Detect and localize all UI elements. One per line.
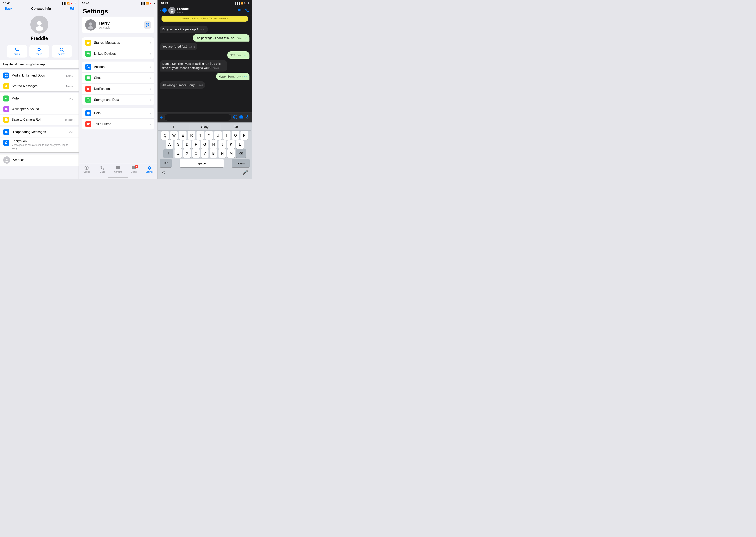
sticker-button[interactable] — [233, 115, 238, 120]
encryption-row[interactable]: Encryption Messages and calls are end-to… — [0, 138, 78, 152]
starred-row[interactable]: Starred Messages None › — [0, 81, 78, 91]
phone-call-button[interactable] — [245, 8, 249, 13]
key-i[interactable]: I — [223, 131, 231, 140]
save-icon — [4, 118, 8, 121]
time-panel2: 18:43 — [82, 2, 89, 5]
back-button[interactable]: ‹ Back — [3, 7, 12, 11]
input-icons — [233, 115, 249, 120]
key-m[interactable]: M — [227, 149, 235, 158]
tab-chats[interactable]: 3 Chats — [126, 165, 142, 173]
return-key[interactable]: return — [232, 159, 250, 167]
tell-friend-row[interactable]: Tell a Friend › — [82, 119, 154, 130]
shift-key[interactable]: ⇧ — [163, 149, 173, 158]
camera-roll-row[interactable]: Save to Camera Roll Default › — [0, 114, 78, 125]
tab-calls[interactable]: Calls — [95, 165, 111, 173]
chevron-icon: › — [150, 98, 151, 102]
message-row: Do you have the package? 18:41 — [160, 25, 249, 33]
contact-info-navbar: ‹ Back Contact Info Edit — [0, 6, 78, 12]
key-t[interactable]: T — [197, 131, 204, 140]
key-z[interactable]: Z — [174, 149, 182, 158]
starred-messages-label: Starred Messages — [94, 41, 150, 45]
starred-value: None — [66, 85, 73, 88]
wallpaper-row[interactable]: Wallpaper & Sound › — [0, 104, 78, 114]
disappearing-row[interactable]: Disappearing Messages Off › — [0, 127, 78, 138]
key-h[interactable]: H — [210, 140, 217, 149]
key-k[interactable]: K — [227, 140, 235, 149]
key-n[interactable]: N — [218, 149, 226, 158]
tab-settings[interactable]: Settings — [142, 165, 157, 173]
help-row[interactable]: Help › — [82, 108, 154, 119]
contact-row-name: America — [13, 158, 24, 162]
emoji-button[interactable]: ☺ — [161, 170, 166, 175]
key-j[interactable]: J — [218, 140, 226, 149]
suggest-1[interactable]: Okay — [189, 124, 220, 130]
star-icon — [4, 84, 8, 88]
notifications-row[interactable]: Notifications › — [82, 84, 154, 95]
media-row[interactable]: Media, Links, and Docs None › — [0, 70, 78, 81]
account-row[interactable]: Account › — [82, 62, 154, 72]
keyboard: I Okay Oh Q W E R T Y U I O P A S D F G … — [157, 122, 252, 179]
chevron-left-icon: ‹ — [3, 7, 4, 11]
video-call-button[interactable] — [237, 8, 242, 13]
numbers-key[interactable]: 123 — [160, 159, 172, 167]
chats-row[interactable]: Chats › — [82, 72, 154, 84]
media-value: None — [66, 74, 73, 77]
starred-messages-icon — [85, 40, 91, 46]
key-y[interactable]: Y — [205, 131, 213, 140]
chat-input[interactable] — [164, 114, 232, 121]
key-q[interactable]: Q — [161, 131, 169, 140]
suggest-0[interactable]: I — [158, 124, 189, 130]
search-button[interactable]: search — [52, 45, 72, 58]
mic-keyboard-button[interactable]: 🎤 — [243, 170, 248, 175]
clock-icon — [4, 130, 8, 134]
key-v[interactable]: V — [201, 149, 208, 158]
key-f[interactable]: F — [192, 140, 200, 149]
key-d[interactable]: D — [183, 140, 191, 149]
chat-back-area[interactable]: ‹ 4 — [160, 8, 167, 13]
edit-button[interactable]: Edit — [70, 7, 75, 11]
key-x[interactable]: X — [183, 149, 191, 158]
status-bar-panel2: 18:43 ▐▐▐ 📶 — [79, 0, 157, 6]
mic-button[interactable] — [245, 115, 249, 120]
page-title: Contact Info — [31, 7, 51, 11]
key-r[interactable]: R — [188, 131, 195, 140]
key-c[interactable]: C — [192, 149, 200, 158]
qr-button[interactable] — [144, 21, 151, 28]
chat-input-area: + — [157, 112, 252, 122]
mute-row[interactable]: Mute No › — [0, 93, 78, 104]
key-e[interactable]: E — [179, 131, 187, 140]
media-label: Media, Links, and Docs — [12, 74, 66, 77]
suggest-2[interactable]: Oh — [220, 124, 251, 130]
attach-button[interactable]: + — [160, 115, 163, 120]
key-b[interactable]: B — [210, 149, 217, 158]
tab-chats-label: Chats — [131, 171, 137, 173]
storage-row[interactable]: Storage and Data › — [82, 95, 154, 105]
linked-devices-row[interactable]: Linked Devices › — [82, 48, 154, 59]
key-o[interactable]: O — [232, 131, 239, 140]
key-u[interactable]: U — [214, 131, 222, 140]
delete-key[interactable]: ⌫ — [236, 149, 246, 158]
message-bubble: The package? I don't think so. 18:41 ✓✓ — [193, 34, 249, 42]
key-a[interactable]: A — [166, 140, 173, 149]
key-g[interactable]: G — [201, 140, 208, 149]
encrypt-notice[interactable]: can read or listen to them. Tap to learn… — [161, 16, 248, 21]
profile-card[interactable]: Harry Available — [82, 17, 154, 33]
chevron-icon: › — [74, 97, 75, 100]
time-panel3: 18:43 — [161, 2, 168, 5]
video-button[interactable]: video — [29, 45, 49, 58]
tab-camera[interactable]: Camera — [110, 165, 126, 173]
contact-list-row[interactable]: America — [0, 154, 78, 166]
starred-messages-row[interactable]: Starred Messages › — [82, 37, 154, 48]
svg-rect-4 — [7, 74, 8, 75]
key-w[interactable]: W — [170, 131, 178, 140]
key-l[interactable]: L — [236, 140, 244, 149]
key-s[interactable]: S — [174, 140, 182, 149]
audio-button[interactable]: audio — [7, 45, 27, 58]
tab-calls-label: Calls — [100, 171, 105, 173]
tab-status[interactable]: Status — [79, 165, 95, 173]
keyboard-suggestions: I Okay Oh — [158, 124, 251, 131]
key-p[interactable]: P — [241, 131, 248, 140]
notifications-label: Notifications — [94, 87, 150, 91]
space-key[interactable]: space — [180, 159, 224, 167]
camera-button[interactable] — [239, 115, 244, 120]
